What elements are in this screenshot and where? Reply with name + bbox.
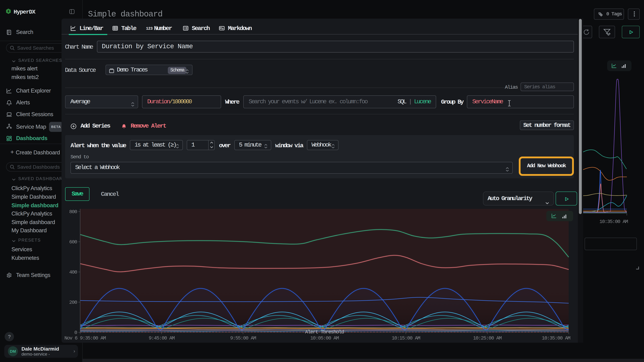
svg-text:10:25:00 AM: 10:25:00 AM: [473, 335, 502, 341]
svg-text:600: 600: [69, 239, 77, 245]
svg-text:9:45:00 AM: 9:45:00 AM: [149, 335, 175, 341]
svg-text:Nov 6 9:35:00 AM: Nov 6 9:35:00 AM: [64, 335, 106, 341]
svg-text:200: 200: [69, 300, 77, 305]
svg-text:10:15:00 AM: 10:15:00 AM: [392, 335, 420, 341]
svg-text:0: 0: [74, 330, 77, 335]
svg-text:400: 400: [69, 269, 77, 275]
svg-text:800: 800: [69, 209, 77, 215]
svg-text:10:05:00 AM: 10:05:00 AM: [310, 335, 339, 341]
svg-text:Alert Threshold: Alert Threshold: [305, 329, 344, 335]
svg-text:10:35:00 AM: 10:35:00 AM: [542, 335, 570, 341]
svg-text:9:55:00 AM: 9:55:00 AM: [230, 335, 256, 341]
